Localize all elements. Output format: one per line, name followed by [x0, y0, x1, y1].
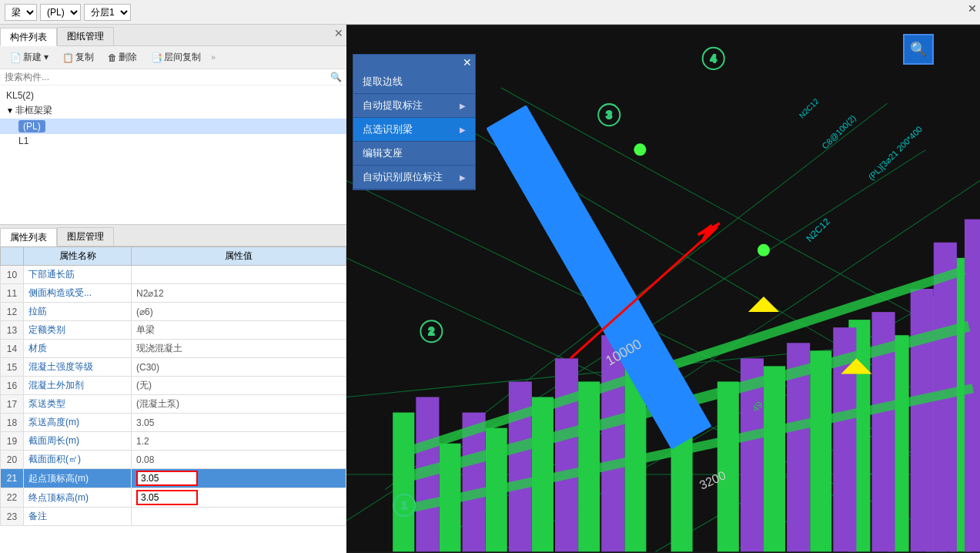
svg-text:2: 2: [428, 325, 434, 337]
prop-row-value: (C30): [132, 358, 346, 377]
delete-icon: 🗑: [108, 52, 117, 63]
prop-row-num: 14: [1, 340, 24, 358]
prop-row-num: 12: [1, 303, 24, 321]
panel-top-tabs: 构件列表 图纸管理 ✕: [0, 25, 346, 46]
toolbar-more[interactable]: »: [209, 52, 217, 63]
prop-row-value: 1.2: [132, 432, 346, 451]
property-table: 属性名称 属性值 10下部通长筋11侧面构造或受...N2⌀1212拉筋(⌀6)…: [0, 246, 346, 553]
search-input[interactable]: [5, 72, 330, 82]
table-row: 14材质现浇混凝土: [1, 340, 346, 358]
panel-bottom-tabs: 属性列表 图层管理 ✕: [0, 225, 346, 246]
submenu-arrow: ▶: [460, 126, 466, 134]
prop-row-num: 22: [1, 488, 24, 508]
float-menu-item[interactable]: 自动识别原位标注▶: [353, 166, 475, 189]
svg-rect-29: [509, 381, 532, 551]
prop-value-input[interactable]: [136, 471, 198, 486]
col-property-name: 属性名称: [24, 247, 132, 266]
tree-item-pl[interactable]: (PL): [0, 119, 346, 134]
tab-property-list[interactable]: 属性列表: [0, 228, 57, 246]
svg-text:1: 1: [401, 499, 407, 511]
svg-rect-31: [601, 335, 624, 551]
prop-row-value: [132, 266, 346, 284]
prop-row-value: [132, 469, 346, 488]
tab-layer-management[interactable]: 图层管理: [57, 227, 114, 246]
main-area: 构件列表 图纸管理 ✕ 📄 新建 ▾ 📋 复制 🗑 删除 📑: [0, 25, 980, 553]
prop-row-name: 起点顶标高(m): [24, 469, 132, 488]
table-row: 12拉筋(⌀6): [1, 303, 346, 321]
prop-row-name: 混凝土外加剂: [24, 377, 132, 395]
floor-copy-icon: 📑: [151, 52, 162, 63]
prop-row-name: 截面面积(㎡): [24, 451, 132, 469]
float-menu-item[interactable]: 提取边线: [353, 70, 475, 94]
search-row: 🔍: [0, 69, 346, 85]
viewport-search-btn[interactable]: 🔍: [903, 34, 934, 65]
prop-row-num: 21: [1, 469, 24, 488]
prop-row-value: (⌀6): [132, 303, 346, 321]
table-row: 19截面周长(m)1.2: [1, 432, 346, 451]
table-row: 10下部通长筋: [1, 266, 346, 284]
prop-row-num: 17: [1, 395, 24, 414]
search-icon: 🔍: [330, 72, 342, 82]
prop-row-value: [132, 508, 346, 526]
new-btn[interactable]: 📄 新建 ▾: [5, 49, 54, 66]
prop-row-name: 终点顶标高(m): [24, 488, 132, 508]
svg-rect-26: [810, 350, 831, 551]
search-icon: 🔍: [910, 41, 927, 58]
new-icon: 📄: [10, 52, 22, 63]
tree-item-l1[interactable]: L1: [0, 134, 346, 148]
prop-row-num: 10: [1, 266, 24, 284]
beam-subtype-select[interactable]: (PL): [40, 4, 81, 21]
svg-rect-30: [555, 358, 578, 551]
submenu-arrow: ▶: [460, 102, 466, 110]
pl-tag: (PL): [18, 120, 45, 132]
float-menu-item[interactable]: 编辑支座: [353, 142, 475, 166]
table-row[interactable]: 22终点顶标高(m): [1, 488, 346, 508]
svg-point-46: [758, 244, 770, 256]
top-toolbar: ✕ 梁 (PL) 分层1: [0, 0, 980, 25]
float-menu-close-btn[interactable]: ✕: [463, 56, 472, 69]
float-menu-item[interactable]: 自动提取标注▶: [353, 94, 475, 118]
table-row: 17泵送类型(混凝土泵): [1, 395, 346, 414]
svg-rect-36: [911, 289, 934, 551]
copy-btn[interactable]: 📋 复制: [57, 49, 99, 66]
prop-value-input[interactable]: [136, 490, 198, 505]
svg-rect-25: [764, 366, 785, 551]
floor-select[interactable]: 分层1: [84, 4, 131, 21]
prop-row-value: 3.05: [132, 414, 346, 432]
tree-item-non-frame[interactable]: ▼ 非框架梁: [0, 102, 346, 119]
tab-component-list[interactable]: 构件列表: [0, 28, 57, 46]
table-row: 15混凝土强度等级(C30): [1, 358, 346, 377]
prop-row-num: 18: [1, 414, 24, 432]
prop-row-name: 拉筋: [24, 303, 132, 321]
prop-row-value: N2⌀12: [132, 284, 346, 303]
prop-row-name: 下部通长筋: [24, 266, 132, 284]
table-row: 16混凝土外加剂(无): [1, 377, 346, 395]
float-menu-header: ✕: [353, 55, 475, 70]
expand-arrow: ▼: [6, 106, 14, 115]
table-row: 11侧面构造或受...N2⌀12: [1, 284, 346, 303]
delete-btn[interactable]: 🗑 删除: [102, 49, 142, 66]
prop-row-num: 20: [1, 451, 24, 469]
prop-row-value: 现浇混凝土: [132, 340, 346, 358]
prop-row-value: [132, 488, 346, 508]
beam-type-select[interactable]: 梁: [5, 4, 37, 21]
col-num: [1, 247, 24, 266]
float-menu-item[interactable]: 点选识别梁▶: [353, 118, 475, 142]
table-row[interactable]: 21起点顶标高(m): [1, 469, 346, 488]
table-row: 23备注: [1, 508, 346, 526]
prop-row-name: 定额类别: [24, 321, 132, 340]
tab-drawing-management[interactable]: 图纸管理: [57, 27, 114, 45]
prop-row-name: 侧面构造或受...: [24, 284, 132, 303]
floor-copy-btn[interactable]: 📑 层间复制: [145, 49, 206, 66]
3d-viewport[interactable]: ✕ 提取边线自动提取标注▶点选识别梁▶编辑支座自动识别原位标注▶ 🔍: [346, 25, 980, 553]
tree-item-kl5[interactable]: KL5(2): [0, 89, 346, 102]
prop-row-name: 材质: [24, 340, 132, 358]
prop-row-num: 13: [1, 321, 24, 340]
col-property-value: 属性值: [132, 247, 346, 266]
panel-top-close[interactable]: ✕: [334, 28, 343, 39]
left-panel: 构件列表 图纸管理 ✕ 📄 新建 ▾ 📋 复制 🗑 删除 📑: [0, 25, 346, 553]
prop-row-name: 泵送高度(m): [24, 414, 132, 432]
table-row: 13定额类别单梁: [1, 321, 346, 340]
svg-text:4: 4: [711, 52, 717, 65]
component-tree: KL5(2) ▼ 非框架梁 (PL) L1: [0, 85, 346, 224]
